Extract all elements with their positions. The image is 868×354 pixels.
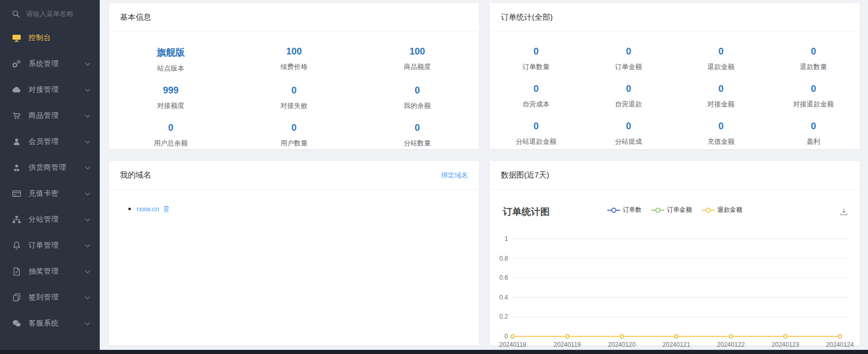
sidebar-item-分站管理[interactable]: 分站管理 — [0, 207, 100, 233]
supplier-icon — [11, 162, 22, 173]
stat-value: 旗舰版 — [109, 46, 232, 59]
chevron-down-icon — [85, 166, 90, 170]
data-point[interactable] — [620, 335, 623, 338]
stat-value: 0 — [490, 46, 582, 57]
basic-info-stat: 旗舰版站点版本 — [109, 39, 232, 78]
sidebar-item-label: 商品管理 — [29, 111, 85, 120]
sidebar-item-label: 充值卡密 — [29, 189, 85, 198]
stat-label: 充值金额 — [675, 137, 767, 146]
order-stats-stat: 0对接退款金额 — [767, 77, 860, 114]
stat-value: 0 — [232, 85, 355, 96]
basic-info-title: 基本信息 — [120, 12, 151, 22]
data-point[interactable] — [838, 335, 842, 338]
order-stats-stat: 0退款数量 — [767, 39, 860, 77]
data-point[interactable] — [784, 335, 787, 338]
download-chart-button[interactable] — [839, 208, 848, 216]
sidebar-item-供货商管理[interactable]: 供货商管理 — [0, 155, 100, 181]
sidebar-item-抽奖管理[interactable]: 抽奖管理 — [0, 258, 100, 284]
order-chart-svg: 00.20.40.60.8120240118202401192024012020… — [490, 222, 860, 354]
sidebar-item-商品管理[interactable]: 商品管理 — [0, 103, 100, 129]
data-point[interactable] — [675, 335, 678, 338]
stat-label: 用户数量 — [232, 139, 355, 148]
y-tick-label: 0 — [504, 333, 508, 340]
stat-label: 我的余额 — [356, 101, 479, 111]
sidebar-item-label: 订单管理 — [29, 241, 85, 250]
stat-value: 0 — [582, 84, 675, 94]
chevron-down-icon — [85, 114, 90, 118]
chevron-down-icon — [85, 192, 90, 196]
chart-toprow: 订单统计图 订单数订单金额退款金额 — [490, 190, 860, 220]
chevron-down-icon — [85, 296, 90, 299]
stat-label: 自营退款 — [582, 100, 675, 109]
basic-info-stat: 0用户数量 — [232, 116, 355, 153]
gears-icon — [11, 59, 22, 69]
legend-item-退款金额[interactable]: 退款金额 — [702, 206, 742, 214]
stat-value: 0 — [490, 121, 582, 132]
chevron-down-icon — [85, 140, 90, 144]
order-stats-stat: 0订单数量 — [490, 39, 582, 77]
data-chart-card: 数据图(近7天) 订单统计图 订单数订单金额退款金额 00.20.40.60.8… — [489, 160, 860, 346]
basic-info-stat: 100续费价格 — [232, 39, 355, 78]
sidebar-item-订单管理[interactable]: 订单管理 — [0, 233, 100, 258]
stat-label: 退款数量 — [767, 62, 860, 72]
y-tick-label: 0.6 — [499, 274, 508, 281]
sidebar-item-控制台[interactable]: 控制台 — [0, 25, 100, 51]
legend-item-订单金额[interactable]: 订单金额 — [651, 206, 692, 214]
data-point[interactable] — [729, 335, 732, 338]
stat-value: 0 — [109, 122, 232, 133]
card-icon — [11, 188, 22, 199]
domain-link[interactable]: rxxw.cn — [137, 205, 159, 213]
domains-header: 我的域名 绑定域名 — [109, 161, 479, 190]
y-tick-label: 0.2 — [499, 313, 508, 320]
sidebar-menu: 控制台系统管理对接管理商品管理会员管理供货商管理充值卡密分站管理订单管理抽奖管理… — [0, 24, 100, 336]
chevron-down-icon — [85, 62, 90, 66]
data-point[interactable] — [511, 335, 514, 338]
data-point[interactable] — [566, 335, 569, 338]
sidebar-item-系统管理[interactable]: 系统管理 — [0, 51, 100, 77]
sidebar-search[interactable] — [0, 0, 100, 24]
user-icon — [11, 137, 22, 147]
legend-item-订单数[interactable]: 订单数 — [607, 206, 642, 214]
domain-item: rxxw.cn — [121, 203, 468, 214]
wechat-icon — [11, 318, 22, 329]
chevron-down-icon — [85, 218, 90, 222]
order-stats-stat: 0分站提成 — [582, 114, 675, 152]
order-stats-grid: 0订单数量0订单金额0退款金额0退款数量0自营成本0自营退款0对接金额0对接退款… — [490, 32, 860, 156]
data-chart-header: 数据图(近7天) — [490, 161, 860, 190]
sidebar-item-充值卡密[interactable]: 充值卡密 — [0, 181, 100, 207]
stat-value: 0 — [232, 122, 355, 133]
sidebar-item-会员管理[interactable]: 会员管理 — [0, 129, 100, 155]
delete-domain-button[interactable] — [163, 205, 170, 213]
x-tick-label: 20240122 — [717, 341, 745, 348]
order-stats-stat: 0订单金额 — [582, 39, 675, 77]
stat-value: 0 — [582, 121, 675, 132]
sidebar-item-客服系统[interactable]: 客服系统 — [0, 310, 100, 336]
cloud-icon — [11, 85, 22, 95]
sidebar-item-label: 控制台 — [29, 33, 90, 43]
legend-line-marker-icon — [651, 207, 664, 213]
bind-domain-link[interactable]: 绑定域名 — [441, 171, 468, 180]
sidebar-item-签到管理[interactable]: 签到管理 — [0, 284, 100, 310]
sidebar-item-label: 供货商管理 — [29, 163, 85, 172]
legend-label: 订单数 — [623, 206, 642, 214]
order-stats-header: 订单统计(全部) — [490, 3, 860, 32]
search-input[interactable] — [26, 10, 92, 18]
stat-value: 0 — [767, 46, 860, 57]
stat-label: 分站退款金额 — [490, 137, 582, 146]
stat-label: 自营成本 — [490, 100, 582, 109]
stat-value: 0 — [356, 85, 479, 96]
stat-value: 0 — [490, 84, 582, 94]
sidebar-item-label: 分站管理 — [29, 215, 85, 224]
bell-icon — [11, 240, 22, 251]
x-tick-label: 20240124 — [826, 341, 854, 348]
x-tick-label: 20240123 — [771, 341, 799, 348]
stat-label: 对接退款金额 — [767, 100, 860, 109]
sidebar-item-label: 客服系统 — [29, 319, 85, 328]
copy-icon — [11, 292, 22, 303]
stat-value: 0 — [675, 121, 767, 132]
y-tick-label: 0.8 — [499, 255, 508, 262]
sidebar-item-label: 会员管理 — [29, 137, 85, 146]
basic-info-header: 基本信息 — [109, 3, 479, 32]
stat-label: 分站提成 — [582, 137, 675, 146]
sidebar-item-对接管理[interactable]: 对接管理 — [0, 77, 100, 103]
